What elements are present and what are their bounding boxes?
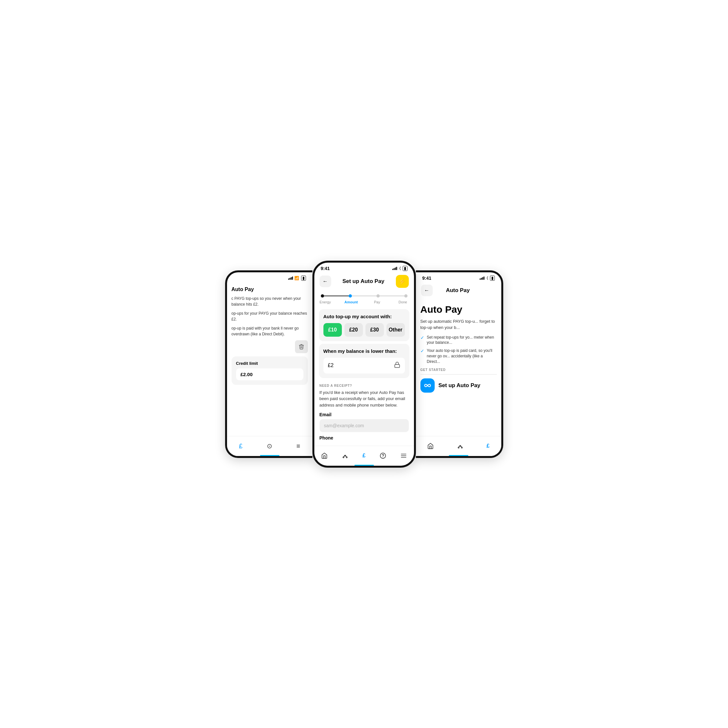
phone-label: Phone: [320, 435, 409, 440]
signal-bar-c4: [396, 267, 397, 270]
lock-icon: [394, 362, 401, 370]
step-label-amount: Amount: [344, 300, 358, 304]
phone-left-inner: 📶 ▮ Auto Pay c PAYG top-ups so you never…: [227, 272, 312, 456]
center-wifi-icon: 〈: [399, 266, 401, 271]
center-back-button[interactable]: ←: [320, 275, 331, 287]
center-bottom-nav: £: [314, 446, 414, 466]
right-back-button[interactable]: ←: [421, 284, 433, 296]
center-nav-indicator: [355, 465, 374, 466]
svg-rect-0: [395, 364, 399, 367]
amount-buttons: £10 £20 £30 Other: [323, 323, 405, 336]
signal-bar-4: [292, 277, 293, 280]
right-nav-home[interactable]: [427, 443, 434, 449]
left-battery-icon: ▮: [301, 275, 306, 281]
check-item-1: ✓ Set repeat top-ups for yo... meter whe…: [421, 335, 497, 346]
setup-autopay-row[interactable]: Set up Auto Pay: [421, 378, 497, 393]
step-line-1: [352, 295, 376, 296]
email-label: Email: [320, 412, 409, 417]
phone-left: 📶 ▮ Auto Pay c PAYG top-ups so you never…: [225, 271, 312, 458]
credit-limit-value: £2.00: [236, 369, 303, 380]
signal-bar-r3: [482, 277, 483, 280]
right-back-icon: ←: [424, 288, 430, 293]
center-nav-payment[interactable]: £: [362, 453, 366, 459]
home-icon: [321, 453, 327, 459]
phone-right: 9:41 〈 ▮ ← Auto Pay: [416, 271, 503, 458]
center-nav-help[interactable]: [380, 453, 386, 459]
amount-btn-20[interactable]: £20: [344, 323, 363, 336]
left-nav-help-icon: ⊙: [267, 442, 272, 450]
center-bolt-icon: ⚡: [398, 277, 406, 285]
balance-field: £2: [323, 358, 405, 373]
signal-bar-r1: [480, 278, 480, 280]
balance-card-title: When my balance is lower than:: [323, 348, 405, 354]
left-nav-menu-icon: ≡: [296, 442, 300, 450]
right-nav-usage[interactable]: [457, 443, 463, 449]
signal-bar-r2: [481, 278, 482, 280]
step-dot-0: [321, 294, 324, 298]
receipt-label: NEED A RECEIPT?: [320, 384, 409, 387]
center-nav-menu[interactable]: [401, 453, 407, 459]
center-status-bar: 9:41 〈 ▮: [314, 263, 414, 272]
signal-bar-1: [288, 278, 289, 280]
right-header: ← Auto Pay: [416, 282, 501, 299]
check-item-2: ✓ Your auto top-up is paid card, so you'…: [421, 348, 497, 364]
right-nav-indicator: [449, 455, 468, 456]
step-labels: Energy Amount Pay Done: [314, 299, 414, 307]
left-nav-help[interactable]: ⊙: [267, 442, 272, 450]
left-text3: op-up is paid with your bank ll never go…: [232, 325, 308, 337]
step-label-pay: Pay: [371, 300, 384, 304]
center-bolt-button[interactable]: ⚡: [396, 275, 409, 288]
email-placeholder: sam@example.com: [324, 423, 364, 428]
right-wifi-icon: 〈: [487, 276, 488, 280]
get-started-label: GET STARTED: [421, 368, 497, 372]
check-text-1: Set repeat top-ups for yo... meter when …: [427, 335, 497, 346]
step-dot-2: [376, 294, 380, 298]
setup-autopay-text: Set up Auto Pay: [439, 382, 480, 389]
delete-icon[interactable]: [295, 340, 308, 353]
center-header: ← Set up Auto Pay ⚡: [314, 272, 414, 291]
center-battery-icon: ▮: [403, 266, 407, 271]
left-status-bar: 📶 ▮: [227, 272, 312, 282]
center-nav-usage[interactable]: [342, 453, 348, 459]
right-usage-icon: [457, 443, 463, 449]
setup-autopay-button[interactable]: [421, 378, 435, 393]
help-icon: [380, 453, 386, 459]
balance-card: When my balance is lower than: £2: [319, 344, 410, 378]
right-main-content: Auto Pay Set up automatic PAYG top-u... …: [416, 299, 501, 456]
usage-icon: [342, 453, 348, 459]
left-wifi-icon: 📶: [294, 276, 299, 280]
signal-bar-3: [291, 277, 292, 280]
signal-bar-c1: [392, 269, 393, 270]
left-signal: [288, 277, 293, 280]
right-header-title: Auto Pay: [433, 287, 483, 294]
right-nav-payment-icon: £: [486, 443, 489, 449]
amount-card-title: Auto top-up my account with:: [323, 314, 405, 319]
right-status-bar: 9:41 〈 ▮: [416, 272, 501, 282]
left-status-icons: 📶 ▮: [288, 275, 306, 281]
center-time: 9:41: [321, 266, 330, 271]
autopay-desc: Set up automatic PAYG top-u... forget to…: [421, 318, 497, 331]
amount-btn-other[interactable]: Other: [387, 323, 405, 336]
right-bottom-nav: £: [416, 436, 501, 456]
amount-btn-30[interactable]: £30: [366, 323, 384, 336]
phone-center-inner: 9:41 〈 ▮ ← Set up Auto Pay: [314, 263, 414, 466]
right-nav-payment[interactable]: £: [486, 443, 489, 449]
center-back-icon: ←: [323, 278, 328, 284]
email-input[interactable]: sam@example.com: [320, 419, 409, 432]
center-nav-home[interactable]: [321, 453, 327, 459]
step-label-done: Done: [396, 300, 410, 304]
amount-card: Auto top-up my account with: £10 £20 £30…: [319, 309, 410, 341]
signal-bar-r4: [483, 277, 485, 280]
signal-bar-2: [289, 278, 291, 280]
check-icon-1: ✓: [421, 335, 424, 340]
right-home-icon: [427, 443, 434, 449]
right-time: 9:41: [422, 275, 431, 281]
left-text1: c PAYG top-ups so you never when your ba…: [232, 295, 308, 307]
left-nav-menu[interactable]: ≡: [296, 442, 300, 450]
center-signal: [392, 267, 397, 270]
step-dot-1: [349, 294, 352, 298]
credit-limit-label: Credit limit: [236, 361, 303, 366]
step-line-2: [380, 295, 404, 296]
amount-btn-10[interactable]: £10: [323, 323, 342, 336]
left-nav-payment[interactable]: £: [239, 442, 243, 450]
